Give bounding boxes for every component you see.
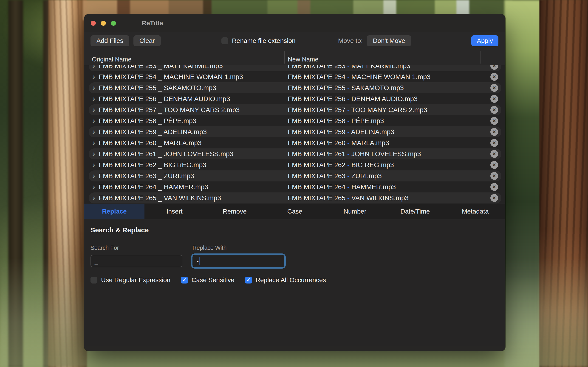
replace-all-option: ✓ Replace All Occurrences	[245, 276, 326, 284]
original-name-cell: FMB MIXTAPE 261 _ JOHN LOVELESS.mp3	[99, 150, 288, 158]
minimize-window-button[interactable]	[101, 21, 106, 26]
remove-file-button[interactable]: ✕	[490, 161, 498, 169]
original-name-cell: FMB MIXTAPE 260 _ MARLA.mp3	[99, 139, 288, 147]
music-note-icon: ♪	[89, 84, 99, 92]
music-note-icon: ♪	[89, 194, 99, 202]
rename-extension-label: Rename file extension	[232, 37, 296, 44]
replace-with-value: -	[197, 258, 199, 265]
new-name-cell: FMB MIXTAPE 264 - HAMMER.mp3	[288, 183, 487, 191]
close-icon: ✕	[493, 85, 496, 90]
close-icon: ✕	[493, 65, 496, 68]
table-header: Original Name New Name	[84, 57, 505, 65]
original-name-cell: FMB MIXTAPE 254 _ MACHINE WOMAN 1.mp3	[99, 73, 288, 81]
tab-insert[interactable]: Insert	[145, 204, 205, 219]
table-row[interactable]: ♪ FMB MIXTAPE 263 _ ZURI.mp3 FMB MIXTAPE…	[89, 170, 502, 181]
remove-file-button[interactable]: ✕	[490, 172, 498, 180]
close-window-button[interactable]	[91, 21, 96, 26]
music-note-icon: ♪	[89, 106, 99, 114]
retitle-window: ReTitle Add Files Clear Rename file exte…	[84, 14, 505, 351]
new-name-cell: FMB MIXTAPE 263 - ZURI.mp3	[288, 172, 487, 180]
search-replace-panel: Search & Replace Search For _ Replace Wi…	[84, 219, 505, 346]
regex-option: Use Regular Expression	[90, 276, 170, 284]
table-row[interactable]: ♪ FMB MIXTAPE 262 _ BIG REG.mp3 FMB MIXT…	[89, 159, 502, 170]
new-name-cell: FMB MIXTAPE 265 - VAN WILKINS.mp3	[288, 194, 487, 202]
table-row[interactable]: ♪ FMB MIXTAPE 264 _ HAMMER.mp3 FMB MIXTA…	[89, 181, 502, 192]
search-for-label: Search For	[90, 244, 182, 251]
table-row[interactable]: ♪ FMB MIXTAPE 255 _ SAKAMOTO.mp3 FMB MIX…	[89, 82, 502, 93]
remove-file-button[interactable]: ✕	[490, 65, 498, 70]
use-regex-checkbox[interactable]	[90, 277, 97, 284]
original-name-cell: FMB MIXTAPE 255 _ SAKAMOTO.mp3	[99, 84, 288, 92]
music-note-icon: ♪	[89, 73, 99, 81]
tab-remove[interactable]: Remove	[205, 204, 265, 219]
replace-with-input[interactable]: -	[192, 255, 284, 267]
remove-file-button[interactable]: ✕	[490, 84, 498, 92]
music-note-icon: ♪	[89, 184, 99, 191]
table-row[interactable]: ♪ FMB MIXTAPE 254 _ MACHINE WOMAN 1.mp3 …	[89, 71, 502, 82]
tab-number[interactable]: Number	[325, 204, 385, 219]
remove-file-button[interactable]: ✕	[490, 183, 498, 191]
remove-file-button[interactable]: ✕	[490, 117, 498, 125]
new-name-cell: FMB MIXTAPE 262 - BIG REG.mp3	[288, 161, 487, 169]
rename-extension-group: Rename file extension	[221, 37, 296, 44]
table-row[interactable]: ♪ FMB MIXTAPE 258 _ PÉPE.mp3 FMB MIXTAPE…	[89, 115, 502, 126]
move-to-dropdown[interactable]: Don't Move	[367, 35, 411, 46]
close-icon: ✕	[493, 174, 496, 178]
search-for-input[interactable]: _	[90, 255, 182, 267]
close-icon: ✕	[493, 163, 496, 167]
clear-button[interactable]: Clear	[133, 35, 161, 46]
close-icon: ✕	[493, 185, 496, 189]
rename-mode-tabs: Replace Insert Remove Case Number Date/T…	[84, 204, 505, 219]
column-divider[interactable]	[481, 51, 481, 64]
original-name-cell: FMB MIXTAPE 256 _ DENHAM AUDIO.mp3	[99, 95, 288, 103]
original-name-cell: FMB MIXTAPE 263 _ ZURI.mp3	[99, 172, 288, 180]
search-for-group: Search For _	[90, 244, 182, 267]
table-row[interactable]: ♪ FMB MIXTAPE 260 _ MARLA.mp3 FMB MIXTAP…	[89, 137, 502, 148]
tab-replace[interactable]: Replace	[84, 204, 145, 219]
remove-file-button[interactable]: ✕	[490, 139, 498, 147]
remove-file-button[interactable]: ✕	[490, 194, 498, 202]
tab-datetime[interactable]: Date/Time	[385, 204, 445, 219]
table-row[interactable]: ♪ FMB MIXTAPE 256 _ DENHAM AUDIO.mp3 FMB…	[89, 93, 502, 104]
column-divider[interactable]	[284, 51, 285, 64]
original-name-cell: FMB MIXTAPE 262 _ BIG REG.mp3	[99, 161, 288, 169]
close-icon: ✕	[493, 75, 496, 79]
text-cursor	[199, 257, 200, 265]
music-note-icon: ♪	[89, 150, 99, 158]
original-name-cell: FMB MIXTAPE 253 _ MATT KARMIL.mp3	[99, 65, 288, 70]
original-name-header[interactable]: Original Name	[92, 56, 132, 63]
apply-button[interactable]: Apply	[471, 35, 498, 46]
add-files-button[interactable]: Add Files	[90, 35, 129, 46]
close-icon: ✕	[493, 97, 496, 101]
toolbar: Add Files Clear Rename file extension Mo…	[84, 32, 505, 50]
table-row[interactable]: ♪ FMB MIXTAPE 253 _ MATT KARMIL.mp3 FMB …	[89, 65, 502, 71]
tab-case[interactable]: Case	[265, 204, 325, 219]
table-row[interactable]: ♪ FMB MIXTAPE 261 _ JOHN LOVELESS.mp3 FM…	[89, 148, 502, 159]
new-name-cell: FMB MIXTAPE 258 - PÉPE.mp3	[288, 117, 487, 125]
remove-file-button[interactable]: ✕	[490, 106, 498, 114]
title-bar[interactable]: ReTitle	[84, 14, 505, 32]
panel-title: Search & Replace	[90, 226, 505, 234]
close-icon: ✕	[493, 108, 496, 112]
replace-all-checkbox[interactable]: ✓	[245, 277, 252, 284]
original-name-cell: FMB MIXTAPE 265 _ VAN WILKINS.mp3	[99, 194, 288, 202]
new-name-header[interactable]: New Name	[288, 56, 319, 63]
original-name-cell: FMB MIXTAPE 259 _ ADELINA.mp3	[99, 128, 288, 136]
move-to-group: Move to: Don't Move	[338, 35, 411, 46]
case-sensitive-checkbox[interactable]: ✓	[181, 277, 188, 284]
move-to-label: Move to:	[338, 37, 363, 44]
rename-extension-checkbox[interactable]	[221, 37, 228, 44]
remove-file-button[interactable]: ✕	[490, 150, 498, 158]
table-row[interactable]: ♪ FMB MIXTAPE 257 _ TOO MANY CARS 2.mp3 …	[89, 104, 502, 115]
use-regex-label: Use Regular Expression	[101, 276, 170, 284]
tab-metadata[interactable]: Metadata	[445, 204, 505, 219]
case-sensitive-label: Case Sensitive	[191, 276, 234, 284]
remove-file-button[interactable]: ✕	[490, 95, 498, 103]
replace-all-label: Replace All Occurrences	[256, 276, 326, 284]
table-row[interactable]: ♪ FMB MIXTAPE 259 _ ADELINA.mp3 FMB MIXT…	[89, 126, 502, 137]
remove-file-button[interactable]: ✕	[490, 128, 498, 136]
remove-file-button[interactable]: ✕	[490, 73, 498, 81]
table-row[interactable]: ♪ FMB MIXTAPE 265 _ VAN WILKINS.mp3 FMB …	[89, 192, 502, 203]
replace-with-label: Replace With	[192, 244, 284, 251]
zoom-window-button[interactable]	[111, 21, 116, 26]
